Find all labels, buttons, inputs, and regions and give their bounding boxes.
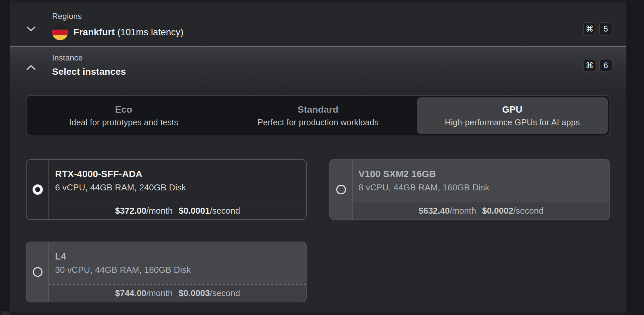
instance-card-v100-sxm2-16gb[interactable]: V100 SXM2 16GB 8 vCPU, 44GB RAM, 160GB D… [329,159,610,220]
regions-label: Regions [52,12,184,21]
radio-unselected-icon[interactable] [336,185,346,194]
instance-pricing: $372.00/month $0.0001/second [49,202,306,219]
card-main: L4 30 vCPU, 44GB RAM, 160GB Disk $744.00… [48,242,306,302]
instance-card-rtx-4000-sff-ada[interactable]: RTX-4000-SFF-ADA 6 vCPU, 44GB RAM, 240GB… [26,159,307,220]
instance-shortcut: ⌘ 6 [583,59,612,72]
shortcut-number-key: 6 [599,59,612,72]
monthly-price: $744.00/month [115,288,173,298]
chevron-up-icon[interactable] [26,62,36,72]
right-edge-gutter [626,0,644,315]
germany-flag-icon [52,24,68,40]
instance-card-grid: RTX-4000-SFF-ADA 6 vCPU, 44GB RAM, 240GB… [26,159,610,302]
instance-pricing: $632.40/month $0.0002/second [353,202,609,219]
instance-type-tabs: Eco Ideal for prototypes and tests Stand… [26,95,610,136]
tab-gpu-subtitle: High-performance GPUs for AI apps [445,118,580,127]
instance-specs: 6 vCPU, 44GB RAM, 240GB Disk [55,182,306,193]
command-key-icon: ⌘ [583,59,596,72]
previous-section-edge [10,0,626,3]
regions-section-header[interactable]: Regions Frankfurt (101ms latency) ⌘ 5 [10,3,626,46]
chevron-down-icon[interactable] [26,24,36,34]
selected-region-row: Frankfurt (101ms latency) [52,24,184,40]
card-main: RTX-4000-SFF-ADA 6 vCPU, 44GB RAM, 240GB… [48,160,306,219]
monthly-price: $372.00/month [115,206,173,216]
deployment-config-panel: Regions Frankfurt (101ms latency) ⌘ 5 In… [10,0,626,315]
radio-unselected-icon[interactable] [33,267,42,277]
region-latency: (101ms latency) [117,27,183,37]
tab-eco-title: Eco [115,104,132,115]
tab-standard-title: Standard [298,104,339,115]
radio-column [27,160,48,219]
instance-label: Instance [52,53,126,62]
region-city: Frankfurt [73,27,115,37]
selected-region-name: Frankfurt (101ms latency) [73,24,184,40]
card-main: V100 SXM2 16GB 8 vCPU, 44GB RAM, 160GB D… [352,160,609,219]
tab-standard[interactable]: Standard Perfect for production workload… [222,97,413,134]
instance-section-title: Select instances [52,66,126,77]
radio-column [27,242,48,302]
shortcut-number-key: 5 [599,22,612,36]
instance-section: Instance Select instances ⌘ 6 Eco Ideal … [10,47,626,314]
instance-specs: 30 vCPU, 44GB RAM, 160GB Disk [55,265,306,275]
instance-card-l4[interactable]: L4 30 vCPU, 44GB RAM, 160GB Disk $744.00… [26,242,307,302]
left-edge-gutter [0,0,10,315]
card-body: RTX-4000-SFF-ADA 6 vCPU, 44GB RAM, 240GB… [49,160,306,202]
instance-header-text: Instance Select instances [52,53,126,77]
per-second-price: $0.0003/second [179,288,240,298]
card-body: L4 30 vCPU, 44GB RAM, 160GB Disk [49,242,306,284]
command-key-icon: ⌘ [583,22,596,36]
tab-eco[interactable]: Eco Ideal for prototypes and tests [28,97,219,134]
radio-column [330,160,352,219]
per-second-price: $0.0002/second [482,206,543,216]
instance-specs: 8 vCPU, 44GB RAM, 160GB Disk [359,182,609,193]
instance-name: V100 SXM2 16GB [359,169,609,179]
regions-shortcut: ⌘ 5 [583,22,612,36]
monthly-price: $632.40/month [419,206,476,216]
scrollbar-end[interactable] [1,311,10,315]
tab-eco-subtitle: Ideal for prototypes and tests [69,118,178,127]
instance-pricing: $744.00/month $0.0003/second [49,284,306,302]
next-section-edge [10,312,626,315]
regions-header-text: Regions Frankfurt (101ms latency) [52,12,184,40]
tab-gpu-title: GPU [502,104,523,115]
tab-gpu[interactable]: GPU High-performance GPUs for AI apps [417,97,608,134]
instance-name: L4 [55,251,306,262]
per-second-price: $0.0001/second [179,206,240,216]
instance-name: RTX-4000-SFF-ADA [55,169,306,179]
tab-standard-subtitle: Perfect for production workloads [258,118,379,127]
radio-selected-icon[interactable] [33,184,43,195]
card-body: V100 SXM2 16GB 8 vCPU, 44GB RAM, 160GB D… [353,160,609,202]
